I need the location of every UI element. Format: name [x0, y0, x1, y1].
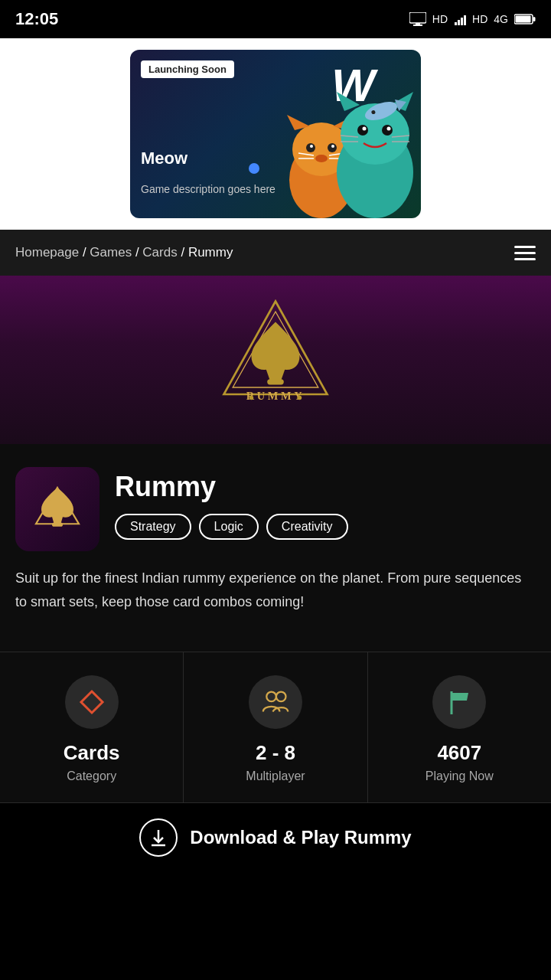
game-icon	[15, 467, 99, 551]
hd-badge-1: HD	[432, 13, 448, 25]
svg-text:RUMMY: RUMMY	[246, 390, 305, 402]
flag-icon	[445, 688, 473, 716]
game-description: Suit up for the finest Indian rummy expe…	[15, 567, 536, 613]
users-icon	[262, 688, 289, 716]
breadcrumb-games[interactable]: Games	[90, 245, 132, 260]
tag-strategy[interactable]: Strategy	[115, 514, 191, 540]
svg-point-26	[387, 127, 391, 131]
stats-section: Cards Category 2 - 8 Multiplayer 4607 Pl	[0, 652, 551, 802]
battery-icon	[514, 13, 536, 25]
svg-rect-0	[409, 12, 426, 23]
stat-playing-icon-circle	[432, 675, 486, 729]
download-bar[interactable]: Download & Play Rummy	[0, 802, 551, 871]
stat-category-label: Category	[67, 769, 116, 783]
status-icons: HD HD 4G	[409, 12, 536, 26]
svg-rect-1	[416, 23, 420, 24]
game-icon-svg	[31, 482, 84, 536]
download-icon	[148, 827, 169, 848]
svg-point-24	[382, 125, 393, 136]
svg-marker-21	[337, 92, 360, 111]
game-title-area: Rummy Strategy Logic Creativity	[115, 467, 536, 540]
stat-multiplayer: 2 - 8 Multiplayer	[184, 652, 367, 802]
stat-playing-value: 4607	[437, 741, 481, 765]
signal-icon	[454, 13, 466, 25]
banner-area: Launching Soon W	[0, 38, 551, 230]
download-icon-circle	[139, 818, 178, 857]
blue-dot	[249, 163, 259, 174]
teal-cat	[329, 88, 421, 218]
tag-logic[interactable]: Logic	[199, 514, 259, 540]
stat-category-icon-circle	[65, 675, 119, 729]
svg-point-42	[266, 692, 276, 702]
svg-point-25	[363, 127, 367, 131]
launching-badge: Launching Soon	[141, 60, 234, 78]
game-title: Rummy	[115, 471, 536, 503]
stat-playing: 4607 Playing Now	[368, 652, 551, 802]
svg-point-38	[249, 396, 253, 400]
tags-row: Strategy Logic Creativity	[115, 514, 536, 540]
stat-multiplayer-value: 2 - 8	[256, 741, 295, 765]
svg-rect-2	[413, 24, 422, 26]
rummy-logo: RUMMY	[207, 291, 344, 429]
banner-game-title: Meow	[141, 149, 187, 168]
breadcrumb-sep2: /	[135, 245, 142, 260]
screen-icon	[409, 12, 426, 26]
svg-rect-36	[267, 379, 284, 384]
diamond-icon	[78, 688, 106, 716]
stat-multiplayer-label: Multiplayer	[246, 769, 305, 783]
breadcrumb-cards[interactable]: Cards	[142, 245, 177, 260]
game-info-section: Rummy Strategy Logic Creativity Suit up …	[0, 444, 551, 652]
svg-point-43	[276, 692, 286, 702]
breadcrumb-home[interactable]: Homepage	[15, 245, 79, 260]
banner-card[interactable]: Launching Soon W	[130, 50, 421, 218]
banner-game-desc: Game description goes here	[141, 183, 276, 195]
stat-category: Cards Category	[0, 652, 184, 802]
menu-button[interactable]	[514, 246, 536, 260]
svg-rect-5	[516, 16, 531, 23]
breadcrumb-current: Rummy	[188, 245, 233, 260]
breadcrumb-sep1: /	[83, 245, 90, 260]
svg-point-39	[298, 396, 302, 400]
svg-point-14	[315, 155, 328, 162]
stat-multiplayer-icon-circle	[249, 675, 302, 729]
nav-bar: Homepage / Games / Cards / Rummy	[0, 230, 551, 276]
tag-creativity[interactable]: Creativity	[266, 514, 348, 540]
hd-badge-2: HD	[472, 13, 487, 25]
hero-section: RUMMY	[0, 276, 551, 444]
breadcrumb-sep3: /	[181, 245, 187, 260]
status-time: 12:05	[15, 9, 58, 29]
svg-rect-4	[533, 17, 536, 21]
svg-point-23	[357, 125, 368, 136]
stat-playing-label: Playing Now	[425, 769, 494, 783]
stat-category-value: Cards	[64, 741, 120, 765]
svg-point-10	[306, 143, 315, 152]
svg-point-12	[310, 145, 313, 148]
game-header: Rummy Strategy Logic Creativity	[15, 467, 536, 551]
status-bar: 12:05 HD HD 4G	[0, 0, 551, 38]
download-label: Download & Play Rummy	[190, 827, 411, 848]
breadcrumb: Homepage / Games / Cards / Rummy	[15, 245, 233, 260]
network-type: 4G	[494, 13, 508, 25]
